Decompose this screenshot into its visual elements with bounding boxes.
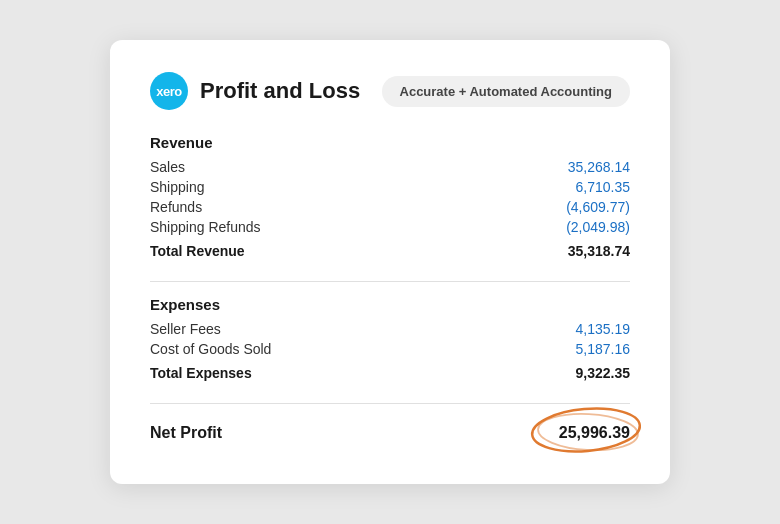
section-divider — [150, 281, 630, 282]
shipping-refunds-label: Shipping Refunds — [150, 219, 261, 235]
total-expenses-value: 9,322.35 — [576, 365, 631, 381]
header-left: xero Profit and Loss — [150, 72, 360, 110]
total-revenue-row: Total Revenue 35,318.74 — [150, 239, 630, 263]
shipping-refunds-value: (2,049.98) — [566, 219, 630, 235]
page-title: Profit and Loss — [200, 78, 360, 104]
list-item: Cost of Goods Sold 5,187.16 — [150, 339, 630, 359]
card-header: xero Profit and Loss Accurate + Automate… — [150, 72, 630, 110]
list-item: Refunds (4,609.77) — [150, 197, 630, 217]
cogs-value: 5,187.16 — [576, 341, 631, 357]
list-item: Shipping Refunds (2,049.98) — [150, 217, 630, 237]
xero-logo: xero — [150, 72, 188, 110]
net-profit-label: Net Profit — [150, 424, 222, 442]
list-item: Sales 35,268.14 — [150, 157, 630, 177]
refunds-value: (4,609.77) — [566, 199, 630, 215]
net-profit-value: 25,996.39 — [559, 424, 630, 442]
expenses-section-title: Expenses — [150, 296, 630, 313]
list-item: Shipping 6,710.35 — [150, 177, 630, 197]
total-revenue-value: 35,318.74 — [568, 243, 630, 259]
revenue-section: Revenue Sales 35,268.14 Shipping 6,710.3… — [150, 134, 630, 263]
accurate-badge: Accurate + Automated Accounting — [382, 76, 630, 107]
revenue-section-title: Revenue — [150, 134, 630, 151]
expenses-section: Expenses Seller Fees 4,135.19 Cost of Go… — [150, 296, 630, 385]
cogs-label: Cost of Goods Sold — [150, 341, 271, 357]
sales-label: Sales — [150, 159, 185, 175]
net-profit-divider — [150, 403, 630, 404]
profit-loss-card: xero Profit and Loss Accurate + Automate… — [110, 40, 670, 484]
seller-fees-label: Seller Fees — [150, 321, 221, 337]
refunds-label: Refunds — [150, 199, 202, 215]
total-expenses-label: Total Expenses — [150, 365, 252, 381]
net-profit-row: Net Profit 25,996.39 — [150, 418, 630, 448]
shipping-value: 6,710.35 — [576, 179, 631, 195]
total-expenses-row: Total Expenses 9,322.35 — [150, 361, 630, 385]
page-wrapper: xero Profit and Loss Accurate + Automate… — [0, 0, 780, 524]
xero-logo-text: xero — [156, 84, 181, 99]
total-revenue-label: Total Revenue — [150, 243, 245, 259]
list-item: Seller Fees 4,135.19 — [150, 319, 630, 339]
shipping-label: Shipping — [150, 179, 205, 195]
seller-fees-value: 4,135.19 — [576, 321, 631, 337]
sales-value: 35,268.14 — [568, 159, 630, 175]
